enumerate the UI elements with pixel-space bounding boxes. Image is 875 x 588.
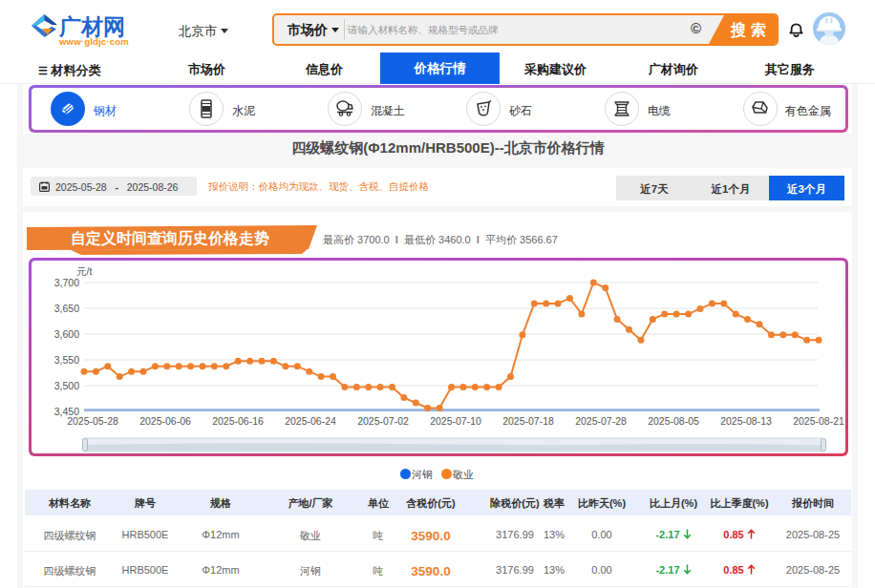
svg-text:3,550: 3,550 [54,354,79,366]
svg-text:2025-06-06: 2025-06-06 [139,415,191,427]
svg-text:3,600: 3,600 [54,328,79,340]
svg-text:2025-07-02: 2025-07-02 [357,415,409,427]
svg-text:2025-07-10: 2025-07-10 [430,415,481,427]
svg-text:3,650: 3,650 [54,303,79,314]
svg-text:2025-05-28: 2025-05-28 [67,415,118,427]
svg-text:2025-08-05: 2025-08-05 [648,415,699,427]
svg-text:2025-07-28: 2025-07-28 [575,415,627,427]
svg-text:2025-07-18: 2025-07-18 [502,415,554,427]
svg-text:2025-08-21: 2025-08-21 [793,415,844,427]
svg-text:2025-08-13: 2025-08-13 [720,415,772,427]
svg-text:2025-06-24: 2025-06-24 [285,415,336,427]
svg-text:2025-06-16: 2025-06-16 [212,415,264,427]
svg-text:3,500: 3,500 [54,380,79,391]
svg-text:3,700: 3,700 [54,277,79,288]
svg-text:元/t: 元/t [76,265,92,277]
